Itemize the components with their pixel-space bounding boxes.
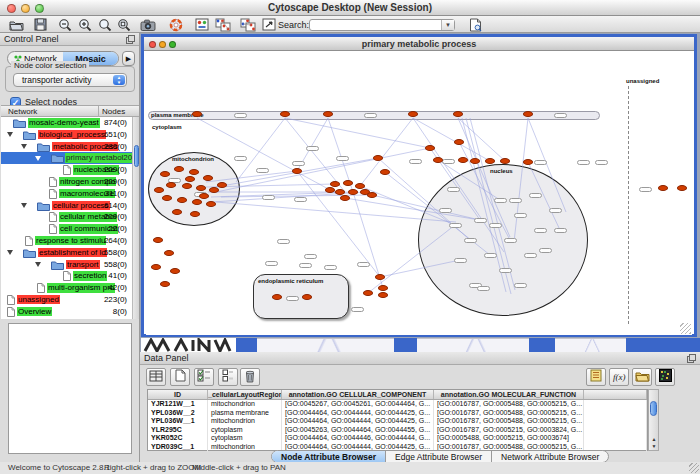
table-header-cell[interactable]: annotation.GO CELLULAR_COMPONENT (282, 390, 434, 399)
network-node[interactable] (162, 195, 172, 201)
matrix-button[interactable] (655, 368, 675, 386)
tree-row-transport[interactable]: transport558(0) (1, 259, 132, 271)
attribute-list-button[interactable] (586, 368, 606, 386)
network-node[interactable] (325, 187, 335, 193)
link-box-button[interactable] (259, 17, 279, 32)
network-node[interactable] (272, 294, 282, 300)
search-input[interactable]: ▼ (309, 19, 455, 31)
zoom-in-button[interactable] (75, 17, 95, 32)
network-node[interactable] (192, 111, 202, 117)
table-row[interactable]: YPL036W__2plasma membrane[GO:0044464, GO… (148, 409, 647, 418)
background-window-1[interactable] (141, 338, 236, 352)
tree-scrollbar[interactable] (132, 117, 139, 319)
network-node[interactable] (170, 268, 180, 274)
tree-row-cell-communicat[interactable]: cell communicat22(0) (1, 223, 132, 235)
table-row[interactable]: YLR295Ccytoplasm[GO:0045263, GO:0044464,… (148, 426, 647, 435)
network-node[interactable] (458, 157, 468, 163)
network-overlay-a-button[interactable] (213, 17, 233, 32)
tab-node-attribute-browser[interactable]: Node Attribute Browser (272, 451, 386, 462)
network-node[interactable] (425, 145, 435, 151)
birds-eye-view[interactable] (8, 323, 132, 454)
tree-expand-icon[interactable] (35, 262, 41, 267)
window-resize-grip[interactable] (680, 323, 691, 334)
table-button[interactable] (146, 368, 166, 386)
tree-row-macromolecule[interactable]: macromolecule311(0) (1, 188, 132, 200)
network-node[interactable] (206, 201, 216, 207)
network-node[interactable] (378, 285, 388, 291)
tree-row-multi-organism-pro[interactable]: multi-organism pro42(0) (1, 282, 132, 294)
network-node[interactable] (190, 211, 200, 217)
network-node[interactable] (151, 264, 161, 270)
network-node[interactable] (160, 281, 170, 287)
table-header-cell[interactable]: _cellularLayoutRegion (208, 390, 282, 399)
network-node[interactable] (154, 187, 164, 193)
save-button[interactable] (30, 17, 50, 32)
network-node[interactable] (166, 182, 176, 188)
chevron-down-icon[interactable]: ▼ (441, 20, 454, 30)
scroll-down-icon[interactable]: ▼ (650, 443, 658, 449)
network-window-titlebar[interactable]: primary metabolic process (144, 37, 694, 51)
float-panel-icon[interactable] (687, 354, 696, 365)
network-node[interactable] (378, 292, 388, 298)
network-node[interactable] (523, 111, 533, 117)
network-node[interactable] (302, 294, 312, 300)
network-node[interactable] (153, 237, 163, 243)
tree-expand-icon[interactable] (7, 132, 13, 137)
network-node[interactable] (485, 158, 495, 164)
background-window-3[interactable] (417, 338, 529, 352)
tree-row-cellular-process[interactable]: cellular process614(0) (1, 200, 132, 212)
network-node[interactable] (192, 199, 202, 205)
network-node[interactable] (433, 157, 443, 163)
network-node[interactable] (323, 111, 333, 117)
tree-row-cellular-metabol[interactable]: cellular metabol209(0) (1, 211, 132, 223)
zoom-selected-button[interactable] (114, 17, 134, 32)
tree-col-nodes[interactable]: Nodes (102, 107, 125, 116)
node-color-dropdown[interactable]: transporter activity ▲▼ (13, 73, 127, 87)
search-options-button[interactable] (465, 17, 485, 32)
network-node[interactable] (196, 185, 206, 191)
help-ring-button[interactable] (166, 17, 186, 32)
network-node[interactable] (172, 209, 182, 215)
network-node[interactable] (160, 171, 170, 177)
network-node[interactable] (292, 168, 302, 174)
annotation-palette-button[interactable] (192, 17, 212, 32)
tree-scrollbar-thumb[interactable] (134, 145, 140, 167)
table-header-cell[interactable] (584, 390, 647, 399)
tree-row-nitrogen-compo[interactable]: nitrogen compo209(0) (1, 176, 132, 188)
tree-row-mosaic-demo-yeast[interactable]: mosaic-demo-yeast874(0) (1, 117, 132, 129)
network-node[interactable] (380, 169, 390, 175)
tab-overflow-button[interactable]: ▶ (122, 51, 135, 66)
float-panel-icon[interactable] (126, 35, 135, 46)
network-node[interactable] (199, 193, 209, 199)
table-row[interactable]: YPL036W__1mitochondrion[GO:0044464, GO:0… (148, 417, 647, 426)
tree-row-metabolic-process[interactable]: metabolic process280(0) (1, 141, 132, 153)
camera-button[interactable] (138, 17, 158, 32)
select-attributes-button[interactable] (194, 368, 214, 386)
network-node[interactable] (164, 250, 174, 256)
tree-expand-icon[interactable] (7, 250, 13, 255)
table-scrollbar-thumb[interactable] (650, 401, 657, 416)
network-node[interactable] (209, 187, 219, 193)
network-node[interactable] (454, 139, 464, 145)
unselect-attributes-button[interactable] (218, 368, 238, 386)
network-node[interactable] (340, 195, 350, 201)
tab-network-attribute-browser[interactable]: Network Attribute Browser (492, 451, 608, 462)
tree-row-biological-process[interactable]: biological_process651(0) (1, 129, 132, 141)
network-node[interactable] (203, 175, 213, 181)
network-node[interactable] (280, 111, 290, 117)
tree-row-establishment-of-lo[interactable]: establishment of lo558(0) (1, 247, 132, 259)
app-resize-grip[interactable] (689, 463, 699, 473)
network-node[interactable] (500, 158, 510, 164)
table-header-cell[interactable]: annotation.GO MOLECULAR_FUNCTION (434, 390, 584, 399)
network-overlay-b-button[interactable] (238, 17, 258, 32)
network-node[interactable] (177, 197, 187, 203)
tree-expand-icon[interactable] (35, 156, 41, 161)
network-view-window[interactable]: primary metabolic process plasma membran… (141, 34, 697, 337)
network-node[interactable] (367, 192, 377, 198)
tree-row-nucleobase-[interactable]: nucleobase-209(0) (1, 164, 132, 176)
tree-row-unassigned[interactable]: unassigned223(0) (1, 294, 132, 306)
network-node[interactable] (330, 181, 340, 187)
open-folder-yellow-button[interactable] (632, 368, 652, 386)
scroll-up-icon[interactable]: ▲ (650, 436, 658, 442)
open-folder-button[interactable] (6, 17, 26, 32)
